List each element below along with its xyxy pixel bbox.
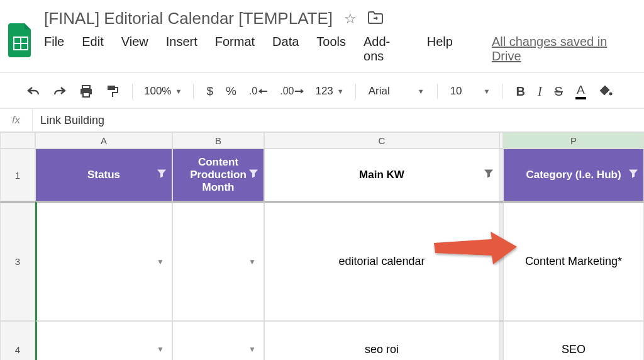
currency-button[interactable]: $	[203, 82, 217, 101]
header-category[interactable]: Category (I.e. Hub)	[503, 149, 644, 201]
menu-addons[interactable]: Add-ons	[364, 35, 409, 64]
document-title[interactable]: [FINAL] Editorial Calendar [TEMPLATE]	[44, 9, 333, 28]
dropdown-icon[interactable]: ▼	[248, 345, 256, 354]
undo-button[interactable]	[23, 83, 44, 99]
filter-icon[interactable]	[484, 169, 494, 182]
menu-help[interactable]: Help	[427, 35, 453, 64]
header-production-month[interactable]: Content Production Month	[172, 149, 264, 201]
sheets-logo	[8, 23, 34, 58]
header-production-month-label: Content Production Month	[190, 156, 247, 194]
paint-format-button[interactable]	[102, 82, 123, 101]
menu-file[interactable]: File	[44, 35, 64, 64]
sheet-grid: A B C P 1 Status Content Production Mont…	[0, 132, 644, 360]
italic-button[interactable]: I	[534, 82, 546, 101]
col-head-c[interactable]: C	[264, 132, 499, 149]
menu-tools[interactable]: Tools	[316, 35, 346, 64]
cell-p4[interactable]: SEO	[503, 321, 644, 360]
zoom-select[interactable]: 100%▼	[142, 85, 184, 98]
menu-view[interactable]: View	[121, 35, 148, 64]
menubar: File Edit View Insert Format Data Tools …	[44, 28, 636, 71]
font-size-select[interactable]: 10▼	[447, 85, 494, 98]
col-head-a[interactable]: A	[35, 132, 172, 149]
dropdown-icon[interactable]: ▼	[157, 257, 164, 266]
cell-b4[interactable]: ▼	[172, 321, 264, 360]
header-status-label: Status	[87, 169, 120, 181]
format-more-button[interactable]: 123▼	[313, 85, 346, 98]
cell-b3[interactable]: ▼	[172, 201, 264, 321]
dropdown-icon[interactable]: ▼	[248, 257, 256, 266]
text-color-button[interactable]: A	[572, 81, 590, 102]
print-button[interactable]	[75, 82, 97, 101]
fill-color-button[interactable]	[595, 82, 616, 101]
menu-format[interactable]: Format	[215, 35, 255, 64]
move-folder-icon[interactable]	[368, 11, 383, 26]
fx-value[interactable]: Link Building	[33, 114, 112, 127]
col-head-p[interactable]: P	[503, 132, 644, 149]
star-icon[interactable]: ☆	[344, 11, 357, 27]
increase-decimal-button[interactable]: .00	[276, 83, 308, 99]
cell-a4[interactable]: ▼	[35, 321, 172, 360]
menu-data[interactable]: Data	[272, 35, 299, 64]
select-all-corner[interactable]	[0, 132, 35, 149]
row-head-3[interactable]: 3	[0, 201, 35, 321]
row-head-1[interactable]: 1	[0, 149, 35, 201]
toolbar: 100%▼ $ % .0 .00 123▼ Arial▼ 10▼ B I S A	[0, 72, 644, 108]
formula-bar: fx Link Building	[0, 108, 644, 132]
cell-c4[interactable]: seo roi	[264, 321, 499, 360]
header-category-label: Category (I.e. Hub)	[526, 169, 621, 181]
cell-p3[interactable]: Content Marketing*	[503, 201, 644, 321]
filter-icon[interactable]	[157, 169, 167, 182]
svg-rect-3	[82, 86, 90, 89]
filter-icon[interactable]	[628, 169, 638, 182]
decrease-decimal-button[interactable]: .0	[245, 83, 271, 99]
menu-edit[interactable]: Edit	[82, 35, 103, 64]
svg-point-7	[609, 93, 612, 96]
cell-a3[interactable]: ▼	[35, 201, 172, 321]
font-select[interactable]: Arial▼	[365, 85, 428, 98]
row-head-4[interactable]: 4	[0, 321, 35, 360]
save-status[interactable]: All changes saved in Drive	[492, 35, 636, 64]
svg-rect-6	[108, 86, 115, 90]
dropdown-icon[interactable]: ▼	[157, 345, 164, 354]
filter-icon[interactable]	[248, 169, 258, 182]
percent-button[interactable]: %	[222, 82, 240, 101]
strike-button[interactable]: S	[551, 82, 567, 101]
bold-button[interactable]: B	[512, 82, 528, 101]
svg-rect-5	[83, 93, 89, 97]
menu-insert[interactable]: Insert	[166, 35, 197, 64]
fx-label: fx	[0, 108, 33, 132]
cell-c3[interactable]: editorial calendar	[264, 201, 499, 321]
header-main-kw-label: Main KW	[359, 169, 404, 181]
col-head-b[interactable]: B	[172, 132, 264, 149]
header-main-kw[interactable]: Main KW	[264, 149, 499, 201]
header-status[interactable]: Status	[35, 149, 172, 201]
redo-button[interactable]	[49, 83, 70, 99]
